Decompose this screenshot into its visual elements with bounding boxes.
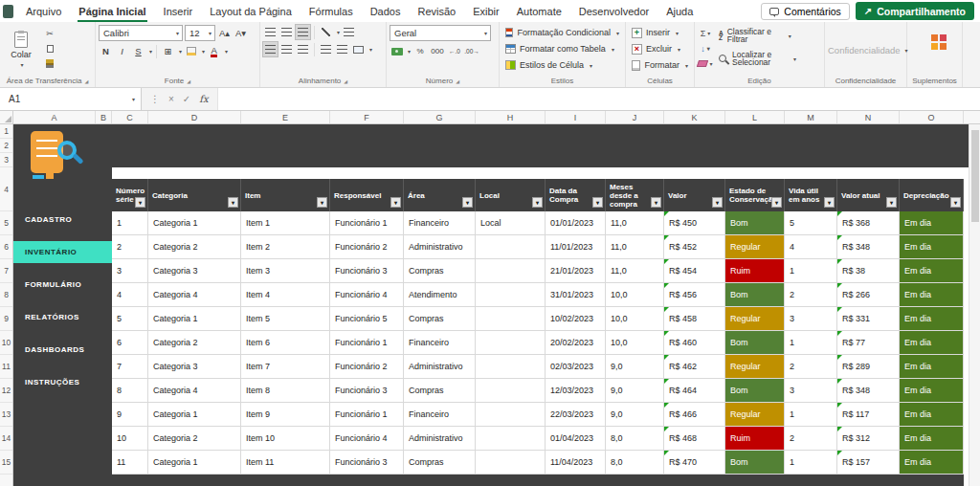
cell[interactable]	[476, 355, 546, 379]
filter-button[interactable]: ▾	[886, 197, 897, 208]
column-header-G[interactable]: G	[404, 111, 476, 123]
increase-indent-button[interactable]	[335, 42, 349, 56]
bold-button[interactable]: N	[99, 44, 113, 58]
cell[interactable]: Funcionário 3	[330, 379, 404, 403]
share-button[interactable]: ↗ Compartilhamento	[856, 2, 974, 20]
cell[interactable]: 4	[785, 235, 837, 259]
orientation-button[interactable]	[319, 25, 333, 39]
row-header-3[interactable]: 3	[0, 153, 12, 167]
cell[interactable]: Financeiro	[404, 403, 476, 427]
cell[interactable]: 11,0	[606, 235, 664, 259]
cell[interactable]: Item 4	[241, 283, 330, 307]
align-right-button[interactable]	[296, 42, 310, 56]
cell[interactable]: Bom	[725, 331, 785, 355]
find-select-button[interactable]: Localizar e Selecionar ▾	[716, 48, 821, 69]
cell[interactable]: Funcionário 2	[330, 355, 404, 379]
row-header-15[interactable]: 15	[0, 451, 12, 475]
cell[interactable]: Em dia	[900, 379, 964, 403]
cell[interactable]: 2	[112, 235, 148, 259]
underline-button[interactable]: S	[131, 44, 145, 58]
cell[interactable]: 1	[785, 451, 837, 475]
align-top-button[interactable]	[263, 25, 278, 39]
cell[interactable]: Em dia	[900, 451, 964, 475]
cell[interactable]: 1	[785, 403, 837, 427]
column-header-A[interactable]: A	[13, 111, 96, 123]
cell[interactable]: R$ 157	[837, 451, 900, 475]
column-header-E[interactable]: E	[241, 111, 330, 123]
cell[interactable]: R$ 456	[664, 283, 725, 307]
cell[interactable]: R$ 468	[664, 427, 725, 451]
dialog-launcher-clipboard[interactable]: ◢	[84, 78, 88, 84]
format-painter-button[interactable]	[42, 57, 57, 70]
cell[interactable]: Funcionário 4	[330, 283, 404, 307]
cell[interactable]: 01/04/2023	[546, 427, 606, 451]
cell[interactable]: Financeiro	[404, 211, 476, 235]
cell[interactable]: Em dia	[900, 211, 964, 235]
cell[interactable]: Item 6	[241, 331, 330, 355]
cell[interactable]: Item 11	[241, 451, 330, 475]
cell[interactable]: R$ 470	[664, 451, 725, 475]
row-header-6[interactable]: 6	[0, 235, 12, 259]
column-header-B[interactable]: B	[96, 111, 112, 123]
cell[interactable]: 6	[112, 331, 148, 355]
cell[interactable]: Regular	[725, 307, 785, 331]
cell[interactable]: R$ 331	[837, 307, 900, 331]
filter-button[interactable]: ▾	[390, 197, 401, 208]
confidentiality-button[interactable]: Confidencialidade ▾	[828, 45, 908, 55]
cell[interactable]	[476, 451, 546, 475]
cell[interactable]: R$ 454	[664, 259, 725, 283]
cell-styles-button[interactable]: Estilos de Célula ▾	[502, 57, 622, 73]
cell[interactable]: Compras	[404, 259, 476, 283]
cell[interactable]: Em dia	[900, 307, 964, 331]
cell[interactable]: 10/02/2023	[546, 307, 606, 331]
cell[interactable]: 1	[785, 259, 837, 283]
cell[interactable]: R$ 368	[837, 211, 900, 235]
decrease-indent-button[interactable]	[319, 42, 333, 56]
shrink-font-button[interactable]: A▾	[234, 26, 248, 40]
cell[interactable]: Funcionário 3	[330, 451, 404, 475]
filter-button[interactable]: ▾	[771, 197, 782, 208]
row-header-12[interactable]: 12	[0, 379, 12, 403]
row-header-14[interactable]: 14	[0, 427, 12, 451]
cell[interactable]: 22/03/2023	[546, 403, 606, 427]
cell[interactable]: Local	[476, 211, 546, 235]
insert-function-icon[interactable]: fx	[199, 94, 208, 104]
filter-button[interactable]: ▾	[824, 197, 835, 208]
cell[interactable]: Regular	[725, 403, 785, 427]
cell[interactable]: 11/04/2023	[546, 451, 606, 475]
cell[interactable]: 21/01/2023	[546, 259, 606, 283]
cell[interactable]: Categoria 4	[148, 379, 241, 403]
cell[interactable]: Funcionário 3	[330, 259, 404, 283]
cell[interactable]: 8,0	[606, 451, 664, 475]
cell[interactable]: Item 5	[241, 307, 330, 331]
cell[interactable]: 10,0	[606, 307, 664, 331]
menu-tab-pagina-inicial[interactable]: Página Inicial	[70, 0, 154, 22]
cell[interactable]: R$ 348	[837, 235, 900, 259]
sidebar-item-instrucoes[interactable]: INSTRUÇÕES	[13, 371, 112, 393]
cell[interactable]: Compras	[404, 379, 476, 403]
cell[interactable]	[476, 283, 546, 307]
comments-button[interactable]: Comentários	[761, 3, 850, 20]
filter-button[interactable]: ▾	[462, 197, 473, 208]
cell[interactable]: Em dia	[900, 259, 964, 283]
cell[interactable]: Item 1	[241, 211, 330, 235]
cell[interactable]: R$ 117	[837, 403, 900, 427]
cell[interactable]: Bom	[725, 283, 785, 307]
select-all-corner[interactable]	[0, 111, 13, 123]
cancel-icon[interactable]: ×	[168, 94, 174, 104]
cell[interactable]: R$ 458	[664, 307, 725, 331]
cell[interactable]: 9,0	[606, 355, 664, 379]
cell[interactable]: 3	[785, 379, 837, 403]
autosum-button[interactable]: Σ▾	[698, 27, 713, 39]
cell[interactable]: Categoria 1	[148, 211, 241, 235]
filter-button[interactable]: ▾	[532, 197, 543, 208]
menu-tab-inserir[interactable]: Inserir	[155, 0, 202, 22]
menu-tab-ajuda[interactable]: Ajuda	[657, 0, 702, 22]
cell[interactable]: Em dia	[900, 403, 964, 427]
borders-dropdown-icon[interactable]: ▾	[179, 48, 182, 55]
cell[interactable]: 1	[112, 211, 148, 235]
cell[interactable]: Categoria 4	[148, 283, 241, 307]
cell[interactable]: Administrativo	[404, 235, 476, 259]
filter-button[interactable]: ▾	[950, 197, 961, 208]
column-header-F[interactable]: F	[330, 111, 404, 123]
